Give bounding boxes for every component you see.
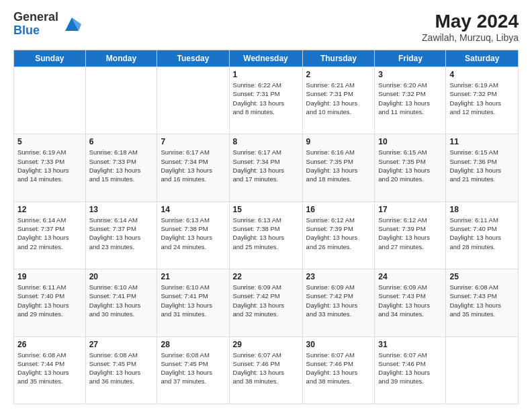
calendar-cell-1-3: 8Sunrise: 6:17 AM Sunset: 7:34 PM Daylig… bbox=[229, 134, 302, 201]
day-info: Sunrise: 6:19 AM Sunset: 7:33 PM Dayligh… bbox=[17, 148, 82, 183]
calendar-cell-4-3: 29Sunrise: 6:07 AM Sunset: 7:46 PM Dayli… bbox=[229, 336, 302, 404]
calendar-cell-4-2: 28Sunrise: 6:08 AM Sunset: 7:45 PM Dayli… bbox=[157, 336, 229, 404]
day-number: 23 bbox=[306, 272, 371, 281]
calendar-cell-4-0: 26Sunrise: 6:08 AM Sunset: 7:44 PM Dayli… bbox=[14, 336, 86, 404]
day-info: Sunrise: 6:09 AM Sunset: 7:42 PM Dayligh… bbox=[306, 283, 371, 318]
calendar-cell-4-5: 31Sunrise: 6:07 AM Sunset: 7:46 PM Dayli… bbox=[375, 336, 446, 404]
calendar-cell-3-4: 23Sunrise: 6:09 AM Sunset: 7:42 PM Dayli… bbox=[302, 269, 375, 336]
day-number: 22 bbox=[233, 272, 299, 281]
calendar-cell-0-3: 1Sunrise: 6:22 AM Sunset: 7:31 PM Daylig… bbox=[229, 67, 302, 134]
calendar-cell-3-1: 20Sunrise: 6:10 AM Sunset: 7:41 PM Dayli… bbox=[85, 269, 157, 336]
calendar-page: General Blue May 2024 Zawilah, Murzuq, L… bbox=[0, 0, 532, 411]
day-number: 30 bbox=[306, 340, 371, 349]
header-tuesday: Tuesday bbox=[157, 50, 229, 67]
day-number: 18 bbox=[449, 205, 515, 214]
day-number: 6 bbox=[89, 137, 154, 146]
header-thursday: Thursday bbox=[302, 50, 375, 67]
day-number: 5 bbox=[17, 137, 82, 146]
day-info: Sunrise: 6:13 AM Sunset: 7:38 PM Dayligh… bbox=[233, 216, 299, 251]
day-info: Sunrise: 6:15 AM Sunset: 7:35 PM Dayligh… bbox=[378, 148, 442, 183]
calendar-cell-2-0: 12Sunrise: 6:14 AM Sunset: 7:37 PM Dayli… bbox=[14, 201, 86, 269]
day-info: Sunrise: 6:07 AM Sunset: 7:46 PM Dayligh… bbox=[306, 351, 371, 386]
day-number: 14 bbox=[161, 205, 225, 214]
day-number: 16 bbox=[306, 205, 371, 214]
header-friday: Friday bbox=[375, 50, 446, 67]
day-number: 28 bbox=[161, 340, 225, 349]
calendar-cell-0-0 bbox=[14, 67, 86, 134]
header-sunday: Sunday bbox=[14, 50, 86, 67]
day-number: 10 bbox=[378, 137, 442, 146]
calendar-cell-3-6: 25Sunrise: 6:08 AM Sunset: 7:43 PM Dayli… bbox=[446, 269, 519, 336]
calendar-cell-2-6: 18Sunrise: 6:11 AM Sunset: 7:40 PM Dayli… bbox=[446, 201, 519, 269]
logo-icon bbox=[62, 15, 81, 34]
calendar-table: Sunday Monday Tuesday Wednesday Thursday… bbox=[13, 50, 519, 404]
day-info: Sunrise: 6:19 AM Sunset: 7:32 PM Dayligh… bbox=[449, 81, 515, 116]
day-info: Sunrise: 6:11 AM Sunset: 7:40 PM Dayligh… bbox=[17, 283, 82, 318]
day-number: 19 bbox=[17, 272, 82, 281]
calendar-cell-2-3: 15Sunrise: 6:13 AM Sunset: 7:38 PM Dayli… bbox=[229, 201, 302, 269]
calendar-cell-3-3: 22Sunrise: 6:09 AM Sunset: 7:42 PM Dayli… bbox=[229, 269, 302, 336]
month-year-title: May 2024 bbox=[422, 11, 519, 32]
day-number: 15 bbox=[233, 205, 299, 214]
day-info: Sunrise: 6:14 AM Sunset: 7:37 PM Dayligh… bbox=[89, 216, 154, 251]
page-header: General Blue May 2024 Zawilah, Murzuq, L… bbox=[13, 11, 519, 43]
day-number: 12 bbox=[17, 205, 82, 214]
day-number: 29 bbox=[233, 340, 299, 349]
day-number: 21 bbox=[161, 272, 225, 281]
day-info: Sunrise: 6:17 AM Sunset: 7:34 PM Dayligh… bbox=[161, 148, 225, 183]
day-number: 1 bbox=[233, 70, 299, 79]
calendar-cell-4-6 bbox=[446, 336, 519, 404]
calendar-cell-0-6: 4Sunrise: 6:19 AM Sunset: 7:32 PM Daylig… bbox=[446, 67, 519, 134]
location-subtitle: Zawilah, Murzuq, Libya bbox=[422, 32, 519, 43]
week-row-2: 5Sunrise: 6:19 AM Sunset: 7:33 PM Daylig… bbox=[14, 134, 519, 201]
day-info: Sunrise: 6:08 AM Sunset: 7:43 PM Dayligh… bbox=[449, 283, 515, 318]
calendar-cell-1-0: 5Sunrise: 6:19 AM Sunset: 7:33 PM Daylig… bbox=[14, 134, 86, 201]
day-number: 31 bbox=[378, 340, 442, 349]
day-info: Sunrise: 6:08 AM Sunset: 7:45 PM Dayligh… bbox=[161, 351, 225, 386]
day-info: Sunrise: 6:09 AM Sunset: 7:42 PM Dayligh… bbox=[233, 283, 299, 318]
logo-text: General Blue bbox=[13, 11, 58, 38]
day-number: 4 bbox=[449, 70, 515, 79]
calendar-cell-0-4: 2Sunrise: 6:21 AM Sunset: 7:31 PM Daylig… bbox=[302, 67, 375, 134]
header-monday: Monday bbox=[85, 50, 157, 67]
day-info: Sunrise: 6:13 AM Sunset: 7:38 PM Dayligh… bbox=[161, 216, 225, 251]
calendar-cell-1-2: 7Sunrise: 6:17 AM Sunset: 7:34 PM Daylig… bbox=[157, 134, 229, 201]
day-info: Sunrise: 6:15 AM Sunset: 7:36 PM Dayligh… bbox=[449, 148, 515, 183]
day-number: 25 bbox=[449, 272, 515, 281]
day-info: Sunrise: 6:10 AM Sunset: 7:41 PM Dayligh… bbox=[161, 283, 225, 318]
logo: General Blue bbox=[13, 11, 81, 38]
day-info: Sunrise: 6:12 AM Sunset: 7:39 PM Dayligh… bbox=[306, 216, 371, 251]
calendar-cell-2-4: 16Sunrise: 6:12 AM Sunset: 7:39 PM Dayli… bbox=[302, 201, 375, 269]
day-number: 11 bbox=[449, 137, 515, 146]
logo-blue: Blue bbox=[13, 24, 58, 38]
day-info: Sunrise: 6:18 AM Sunset: 7:33 PM Dayligh… bbox=[89, 148, 154, 183]
day-number: 27 bbox=[89, 340, 154, 349]
week-row-4: 19Sunrise: 6:11 AM Sunset: 7:40 PM Dayli… bbox=[14, 269, 519, 336]
day-number: 9 bbox=[306, 137, 371, 146]
calendar-cell-2-1: 13Sunrise: 6:14 AM Sunset: 7:37 PM Dayli… bbox=[85, 201, 157, 269]
day-info: Sunrise: 6:07 AM Sunset: 7:46 PM Dayligh… bbox=[233, 351, 299, 386]
day-info: Sunrise: 6:11 AM Sunset: 7:40 PM Dayligh… bbox=[449, 216, 515, 251]
calendar-cell-2-5: 17Sunrise: 6:12 AM Sunset: 7:39 PM Dayli… bbox=[375, 201, 446, 269]
calendar-cell-1-5: 10Sunrise: 6:15 AM Sunset: 7:35 PM Dayli… bbox=[375, 134, 446, 201]
week-row-5: 26Sunrise: 6:08 AM Sunset: 7:44 PM Dayli… bbox=[14, 336, 519, 404]
calendar-cell-3-0: 19Sunrise: 6:11 AM Sunset: 7:40 PM Dayli… bbox=[14, 269, 86, 336]
day-number: 20 bbox=[89, 272, 154, 281]
calendar-cell-1-4: 9Sunrise: 6:16 AM Sunset: 7:35 PM Daylig… bbox=[302, 134, 375, 201]
calendar-cell-2-2: 14Sunrise: 6:13 AM Sunset: 7:38 PM Dayli… bbox=[157, 201, 229, 269]
calendar-cell-0-2 bbox=[157, 67, 229, 134]
day-number: 8 bbox=[233, 137, 299, 146]
day-info: Sunrise: 6:22 AM Sunset: 7:31 PM Dayligh… bbox=[233, 81, 299, 116]
day-info: Sunrise: 6:10 AM Sunset: 7:41 PM Dayligh… bbox=[89, 283, 154, 318]
calendar-cell-0-1 bbox=[85, 67, 157, 134]
day-info: Sunrise: 6:21 AM Sunset: 7:31 PM Dayligh… bbox=[306, 81, 371, 116]
day-info: Sunrise: 6:09 AM Sunset: 7:43 PM Dayligh… bbox=[378, 283, 442, 318]
day-info: Sunrise: 6:17 AM Sunset: 7:34 PM Dayligh… bbox=[233, 148, 299, 183]
week-row-3: 12Sunrise: 6:14 AM Sunset: 7:37 PM Dayli… bbox=[14, 201, 519, 269]
header-wednesday: Wednesday bbox=[229, 50, 302, 67]
day-number: 13 bbox=[89, 205, 154, 214]
weekday-header-row: Sunday Monday Tuesday Wednesday Thursday… bbox=[14, 50, 519, 67]
day-number: 7 bbox=[161, 137, 225, 146]
day-number: 26 bbox=[17, 340, 82, 349]
day-info: Sunrise: 6:08 AM Sunset: 7:45 PM Dayligh… bbox=[89, 351, 154, 386]
